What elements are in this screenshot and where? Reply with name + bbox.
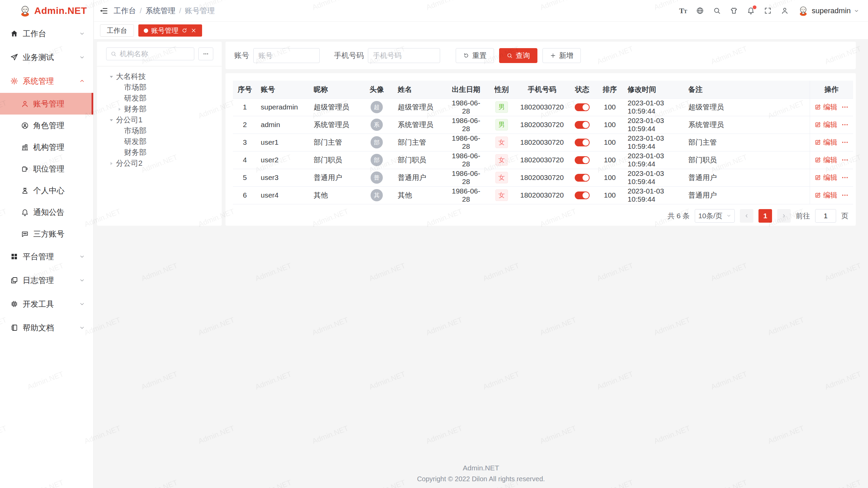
edit-button[interactable]: 编辑 [814, 173, 837, 182]
plus-icon [550, 53, 556, 59]
font-size-icon[interactable]: TT [679, 7, 687, 15]
tree-node-市场部[interactable]: 市场部 [97, 125, 222, 136]
edit-button[interactable]: 编辑 [814, 190, 837, 200]
row-avatar: 系 [371, 119, 383, 131]
sidebar-item-平台管理[interactable]: 平台管理 [0, 245, 93, 268]
next-page-button[interactable] [777, 209, 791, 223]
column-header-手机号码: 手机号码 [516, 81, 568, 98]
tree-node-市场部[interactable]: 市场部 [97, 82, 222, 93]
chevron-down-icon [79, 301, 85, 307]
sidebar-item-业务测试[interactable]: 业务测试 [0, 45, 93, 69]
status-toggle[interactable] [575, 103, 590, 111]
chat-icon [21, 230, 29, 238]
tab-workbench[interactable]: 工作台 [100, 24, 134, 37]
edit-button[interactable]: 编辑 [814, 102, 837, 112]
sidebar-subitem-机构管理[interactable]: 机构管理 [0, 136, 93, 158]
sidebar-subitem-三方账号[interactable]: 三方账号 [0, 223, 93, 245]
org-tree-panel: 大名科技市场部研发部财务部分公司1市场部研发部财务部分公司2 [97, 42, 222, 226]
cell-account: user1 [257, 134, 310, 151]
sidebar-subitem-个人中心[interactable]: 个人中心 [0, 180, 93, 201]
user-menu[interactable]: superadmin [798, 5, 859, 16]
notification-icon[interactable] [747, 7, 755, 15]
breadcrumb-item-workbench[interactable]: 工作台 [114, 6, 136, 16]
cell-nickname: 普通用户 [310, 169, 360, 186]
cell-account: user4 [257, 186, 310, 204]
chevron-down-icon [854, 8, 859, 14]
tree-node-label: 分公司1 [116, 115, 142, 125]
goto-page-input[interactable] [815, 209, 836, 223]
profile-icon[interactable] [781, 7, 789, 15]
pagination-total: 共 6 条 [668, 211, 690, 221]
cell-seq: 5 [233, 169, 257, 186]
row-more-button[interactable] [841, 139, 849, 146]
sidebar-item-开发工具[interactable]: 开发工具 [0, 292, 93, 316]
row-more-button[interactable] [841, 156, 849, 164]
edit-button[interactable]: 编辑 [814, 120, 837, 129]
cell-actions: 编辑 [810, 169, 853, 186]
tree-node-研发部[interactable]: 研发部 [97, 136, 222, 147]
fullscreen-icon[interactable] [764, 7, 772, 15]
row-more-button[interactable] [841, 191, 849, 199]
org-search-input[interactable] [120, 50, 190, 58]
sidebar-item-工作台[interactable]: 工作台 [0, 22, 93, 45]
tree-node-财务部[interactable]: 财务部 [97, 104, 222, 115]
row-more-button[interactable] [841, 121, 849, 128]
tree-node-大名科技[interactable]: 大名科技 [97, 71, 222, 82]
query-button[interactable]: 查询 [499, 48, 537, 63]
role-icon [21, 122, 29, 129]
status-toggle[interactable] [575, 121, 590, 129]
cell-sort: 100 [596, 98, 624, 116]
sidebar-item-帮助文档[interactable]: 帮助文档 [0, 316, 93, 340]
sidebar-subitem-label: 机构管理 [33, 142, 64, 152]
sidebar-item-label: 工作台 [23, 28, 46, 39]
add-button[interactable]: 新增 [542, 48, 581, 63]
menu-fold-icon[interactable] [99, 6, 108, 15]
sidebar-item-日志管理[interactable]: 日志管理 [0, 268, 93, 292]
prev-page-button[interactable] [740, 209, 753, 223]
status-toggle[interactable] [575, 156, 590, 164]
theme-icon[interactable] [730, 7, 738, 15]
row-more-button[interactable] [841, 103, 849, 111]
sidebar-item-label: 开发工具 [23, 299, 54, 309]
sidebar-item-系统管理[interactable]: 系统管理 [0, 69, 93, 93]
close-icon[interactable] [191, 27, 197, 34]
row-more-button[interactable] [841, 174, 849, 181]
sidebar-subitem-职位管理[interactable]: 职位管理 [0, 158, 93, 180]
breadcrumb-separator: / [179, 6, 181, 15]
cell-nickname: 部门职员 [310, 151, 360, 169]
tree-node-财务部[interactable]: 财务部 [97, 147, 222, 158]
tree-node-分公司1[interactable]: 分公司1 [97, 115, 222, 125]
status-toggle[interactable] [575, 174, 590, 182]
cell-status [568, 116, 596, 134]
chevron-right-icon [781, 213, 787, 219]
breadcrumb-item-system[interactable]: 系统管理 [145, 6, 175, 16]
status-toggle[interactable] [575, 139, 590, 146]
status-toggle[interactable] [575, 191, 590, 199]
edit-button[interactable]: 编辑 [814, 155, 837, 165]
cell-phone: 18020030720 [516, 151, 568, 169]
page-size-select[interactable]: 10条/页 [695, 209, 735, 223]
reset-button[interactable]: 重置 [456, 48, 494, 63]
language-icon[interactable] [696, 7, 704, 15]
search-icon[interactable] [713, 7, 721, 15]
edit-button[interactable]: 编辑 [814, 138, 837, 147]
cell-phone: 18020030720 [516, 186, 568, 204]
refresh-icon[interactable] [181, 27, 188, 34]
phone-filter-label: 手机号码 [334, 50, 364, 61]
tab-account-active[interactable]: 账号管理 [138, 24, 202, 37]
cell-status [568, 151, 596, 169]
table-row-user3: 5user3普通用户普普通用户1986-06-28女18020030720100… [233, 169, 853, 186]
tree-node-研发部[interactable]: 研发部 [97, 93, 222, 104]
org-more-button[interactable] [198, 47, 213, 60]
column-header-昵称: 昵称 [310, 81, 360, 98]
phone-filter-input[interactable] [368, 48, 440, 63]
account-filter-input[interactable] [253, 48, 320, 63]
sidebar-subitem-角色管理[interactable]: 角色管理 [0, 115, 93, 136]
sidebar-subitem-通知公告[interactable]: 通知公告 [0, 201, 93, 223]
page-1-button[interactable]: 1 [758, 209, 772, 223]
edit-icon [814, 104, 821, 110]
topbar-actions: TT superadmin [679, 5, 859, 16]
sidebar-subitem-账号管理[interactable]: 账号管理 [0, 93, 93, 115]
tree-node-分公司2[interactable]: 分公司2 [97, 158, 222, 169]
edit-icon [814, 192, 821, 199]
